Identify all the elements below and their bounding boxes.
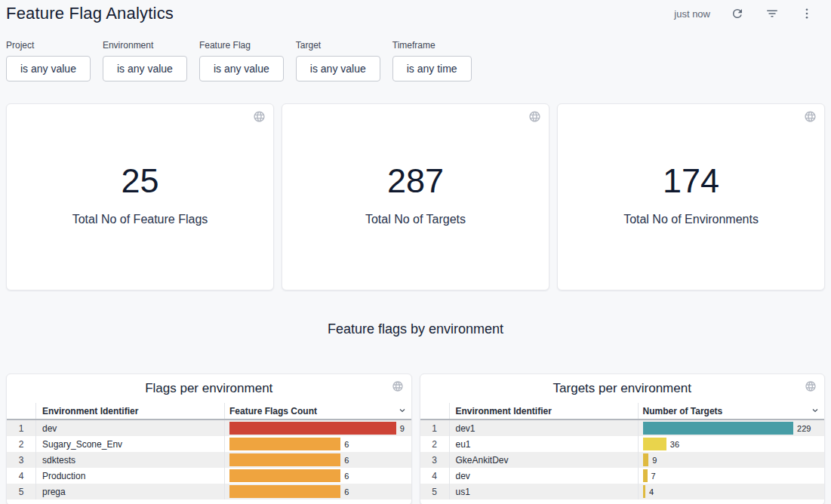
filter-feature-flag-button[interactable]: is any value [199, 56, 284, 81]
bar[interactable] [643, 469, 648, 482]
bar[interactable] [229, 422, 396, 435]
bar-value: 6 [344, 472, 349, 481]
table-row: 2 Sugary_Scone_Env 6 [7, 436, 411, 452]
kpi-value: 287 [387, 164, 444, 198]
bar[interactable] [643, 438, 666, 450]
filter-target-button[interactable]: is any value [296, 56, 380, 81]
row-index: 2 [7, 439, 35, 450]
bar[interactable] [229, 469, 340, 482]
filter-timeframe: Timeframe is any time [392, 40, 472, 81]
header-controls: just now [674, 6, 825, 21]
row-index: 1 [7, 423, 35, 434]
filter-label: Timeframe [392, 40, 472, 51]
kpi-card-environments: 174 Total No of Environments [557, 103, 825, 290]
bar-value: 9 [400, 424, 405, 433]
filter-project-button[interactable]: is any value [6, 56, 91, 81]
row-index: 5 [420, 487, 449, 497]
filter-environment: Environment is any value [103, 40, 187, 81]
bar[interactable] [643, 422, 794, 435]
bar-cell: 7 [638, 468, 825, 484]
bar-value: 7 [651, 472, 656, 481]
bar-cell: 6 [224, 436, 411, 452]
table-row: 3 sdktests 6 [7, 452, 411, 468]
dashboard-header: Feature Flag Analytics just now [6, 0, 825, 24]
filter-icon[interactable] [765, 6, 780, 21]
kebab-menu-icon[interactable] [799, 6, 814, 21]
globe-icon [253, 110, 266, 126]
table-row: 1 dev1 229 [420, 420, 825, 436]
bar-cell: 6 [224, 452, 411, 468]
column-header-count[interactable]: Feature Flags Count [224, 403, 411, 419]
environment-cell[interactable]: us1 [449, 484, 638, 499]
table-title: Flags per environment [7, 381, 411, 396]
globe-icon [805, 380, 817, 395]
filter-project: Project is any value [6, 40, 91, 81]
chevron-down-icon[interactable] [811, 406, 820, 417]
bar-value: 6 [344, 456, 349, 465]
column-header-environment[interactable]: Environment Identifier [449, 403, 638, 419]
environment-cell[interactable]: prega [35, 484, 224, 499]
last-updated-text: just now [674, 8, 710, 20]
table-row: 4 Production 6 [7, 468, 411, 484]
table-header-row: Environment Identifier Feature Flags Cou… [7, 403, 411, 420]
flags-per-environment-card: Flags per environment Environment Identi… [6, 373, 412, 504]
kpi-row: 25 Total No of Feature Flags 287 Total N… [6, 103, 825, 290]
kpi-card-targets: 287 Total No of Targets [282, 103, 549, 290]
bar-value: 229 [797, 424, 811, 433]
environment-cell[interactable]: sdktests [35, 452, 224, 468]
environment-cell[interactable]: dev1 [449, 420, 638, 436]
environment-cell[interactable]: dev [35, 420, 224, 436]
row-index: 2 [420, 439, 449, 450]
table-title: Targets per environment [420, 381, 825, 396]
bar-cell: 36 [638, 436, 825, 452]
bar-value: 6 [344, 487, 349, 496]
table-row: 2 eu1 36 [420, 436, 825, 452]
bar-cell: 229 [638, 420, 825, 436]
filter-label: Environment [103, 40, 187, 51]
flags-table: Environment Identifier Feature Flags Cou… [7, 403, 411, 499]
bar[interactable] [229, 453, 340, 466]
tables-row: Flags per environment Environment Identi… [6, 373, 825, 504]
bar-value: 9 [652, 456, 657, 465]
bar[interactable] [643, 485, 645, 498]
environment-cell[interactable]: Production [35, 468, 224, 484]
table-row: 4 dev 7 [420, 468, 825, 484]
bar[interactable] [643, 453, 649, 466]
filter-label: Target [296, 40, 380, 51]
bar-cell: 9 [638, 452, 825, 468]
bar-cell: 6 [224, 484, 411, 499]
bar[interactable] [229, 438, 340, 450]
environment-cell[interactable]: eu1 [449, 436, 638, 452]
kpi-label: Total No of Environments [623, 213, 759, 226]
row-index: 1 [420, 423, 449, 434]
table-row: 3 GkeAnkitDev 9 [420, 452, 825, 468]
bar[interactable] [229, 485, 340, 498]
targets-table: Environment Identifier Number of Targets… [420, 403, 825, 499]
filter-target: Target is any value [296, 40, 380, 81]
globe-icon [528, 110, 541, 126]
environment-cell[interactable]: dev [449, 468, 638, 484]
column-header-environment[interactable]: Environment Identifier [35, 403, 224, 419]
filter-timeframe-button[interactable]: is any time [392, 56, 472, 81]
row-number-header [7, 403, 35, 419]
environment-cell[interactable]: GkeAnkitDev [449, 452, 638, 468]
page-title: Feature Flag Analytics [6, 4, 174, 23]
section-title: Feature flags by environment [6, 321, 825, 337]
targets-per-environment-card: Targets per environment Environment Iden… [420, 373, 826, 504]
column-header-targets[interactable]: Number of Targets [638, 403, 825, 419]
environment-cell[interactable]: Sugary_Scone_Env [35, 436, 224, 452]
table-row: 5 prega 6 [7, 484, 411, 499]
kpi-value: 174 [663, 164, 719, 198]
filter-feature-flag: Feature Flag is any value [199, 40, 284, 81]
row-index: 5 [7, 487, 35, 497]
filter-environment-button[interactable]: is any value [103, 56, 187, 81]
globe-icon [392, 380, 404, 395]
bar-value: 6 [344, 440, 349, 449]
refresh-icon[interactable] [730, 6, 745, 21]
table-row: 1 dev 9 [7, 420, 411, 436]
globe-icon [804, 110, 817, 126]
chevron-down-icon[interactable] [398, 406, 407, 417]
filter-label: Feature Flag [199, 40, 284, 51]
kpi-value: 25 [121, 164, 159, 198]
filter-bar: Project is any value Environment is any … [6, 40, 825, 81]
